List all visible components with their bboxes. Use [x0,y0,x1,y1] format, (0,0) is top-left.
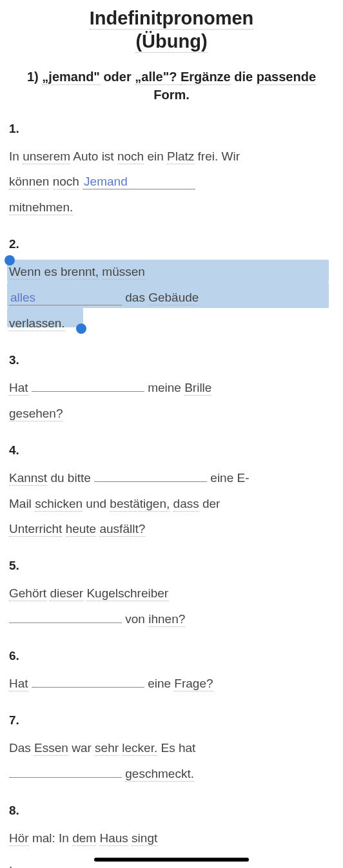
answer-blank[interactable] [94,467,207,482]
title-line2: (Übung) [135,31,207,53]
instr-text: die [231,70,257,84]
question-number: 1. [9,122,334,136]
question-number: 7. [9,713,334,728]
instr-word: „alle"? [135,70,181,85]
question-2: 2. Wenn es brennt, müssen alles das Gebä… [9,237,334,336]
instr-text: oder [100,70,135,84]
instruction: 1) „jemand" oder „alle"? Ergänze die pas… [9,68,334,104]
question-text: Hat meine Brille gesehen? [9,375,334,427]
question-text: Hat eine Frage? [9,671,334,697]
answer-blank[interactable]: alles [9,291,122,305]
answer-blank[interactable]: Jemand [83,175,195,189]
question-7: 7. Das Essen war sehr lecker. Es hat ges… [9,713,334,787]
question-number: 2. [9,237,334,251]
question-4: 4. Kannst du bitte eine E- Mail schicken… [9,443,334,543]
question-text: Kannst du bitte eine E- Mail schicken un… [9,465,334,543]
question-text: Gehört dieser Kugelschreiber von ihnen? [9,581,334,632]
worksheet-content: Indefinitpronomen (Übung) 1) „jemand" od… [0,0,343,868]
answer-blank[interactable] [9,608,122,623]
question-text: Das Essen war sehr lecker. Es hat geschm… [9,735,334,787]
question-3: 3. Hat meine Brille gesehen? [9,353,334,427]
page-title: Indefinitpronomen (Übung) [9,6,334,53]
home-indicator[interactable] [94,858,249,862]
answer-blank[interactable] [32,377,144,392]
question-text: Hör mal: In dem Haus singt . [9,825,334,868]
question-number: 8. [9,804,334,818]
instr-word: passende [257,70,316,85]
title-line1: Indefinitpronomen [90,8,254,30]
question-number: 5. [9,559,334,573]
question-text: In unserem Auto ist noch ein Platz frei.… [9,144,334,221]
instr-word: Ergänze [181,70,231,85]
answer-blank[interactable] [32,673,144,688]
question-5: 5. Gehört dieser Kugelschreiber von ihne… [9,559,334,632]
instr-text: Form. [153,88,190,102]
question-1: 1. In unserem Auto ist noch ein Platz fr… [9,122,334,221]
question-text: Wenn es brennt, müssen alles das Gebäude… [9,259,334,336]
instr-word: „jemand" [42,70,100,85]
question-6: 6. Hat eine Frage? [9,649,334,697]
question-number: 4. [9,443,334,458]
instr-num: 1) [27,70,42,84]
answer-blank[interactable] [9,763,122,778]
question-number: 6. [9,649,334,663]
question-number: 3. [9,353,334,367]
